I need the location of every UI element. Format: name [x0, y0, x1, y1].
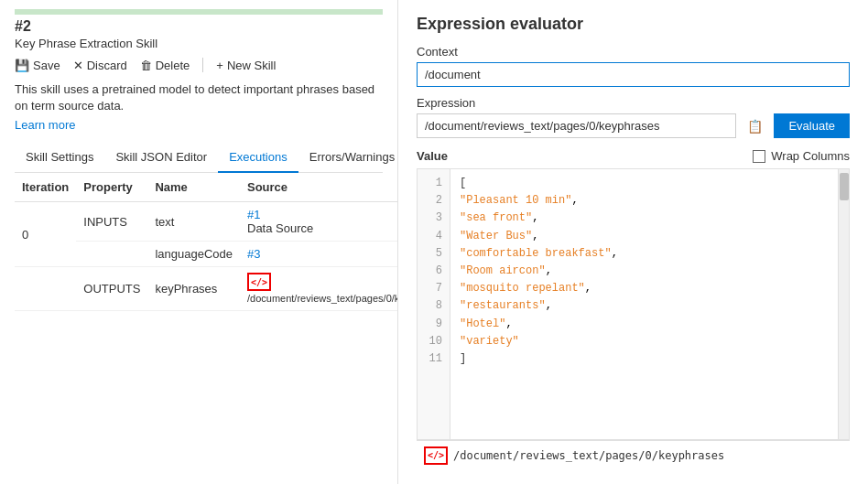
- col-iteration: Iteration: [15, 173, 76, 202]
- code-viewer: 1 2 3 4 5 6 7 8 9 10 11 [ "Pleasant 10 m…: [417, 168, 850, 440]
- property-inputs: INPUTS: [76, 202, 147, 242]
- table-row-outputs: OUTPUTS keyPhrases </> /document/reviews…: [15, 267, 398, 311]
- line-num: 8: [418, 297, 450, 315]
- discard-button[interactable]: ✕ Discard: [73, 59, 127, 72]
- code-line-7: "mosquito repelant",: [460, 280, 829, 297]
- line-num: 11: [418, 350, 450, 368]
- source-link-3[interactable]: #3: [247, 247, 260, 261]
- wrap-columns-control[interactable]: Wrap Columns: [753, 149, 850, 163]
- property-empty: [76, 242, 147, 267]
- col-source: Source: [240, 173, 398, 202]
- source-sub: Data Source: [247, 221, 313, 235]
- skill-number: #2: [15, 18, 383, 35]
- panel-title: Expression evaluator: [417, 15, 850, 34]
- line-num: 2: [418, 192, 450, 210]
- expression-evaluator-panel: Expression evaluator Context Expression …: [398, 0, 868, 484]
- toolbar: 💾 Save ✕ Discard 🗑 Delete + New Skill: [15, 58, 383, 72]
- value-section: Value Wrap Columns 1 2 3 4 5 6 7 8 9: [417, 149, 850, 440]
- line-numbers: 1 2 3 4 5 6 7 8 9 10 11: [418, 169, 450, 439]
- learn-more-link[interactable]: Learn more: [15, 118, 75, 132]
- code-line-2: "Pleasant 10 min",: [460, 192, 829, 210]
- outputs-source-cell: </> /document/reviews_text/pages/0/keyph…: [240, 267, 398, 311]
- delete-button[interactable]: 🗑 Delete: [140, 59, 190, 72]
- code-line-1: [: [460, 175, 829, 192]
- expression-input[interactable]: [417, 113, 736, 138]
- line-num: 5: [418, 245, 450, 263]
- scrollbar-thumb[interactable]: [840, 173, 849, 200]
- name-keyphrases: keyPhrases: [147, 267, 240, 311]
- code-line-3: "sea front",: [460, 210, 829, 227]
- source-link-3-cell: #3: [240, 242, 398, 267]
- line-num: 3: [418, 210, 450, 227]
- save-icon: 💾: [15, 59, 29, 72]
- line-num: 4: [418, 228, 450, 245]
- tab-skill-json-editor[interactable]: Skill JSON Editor: [104, 143, 218, 173]
- add-icon: +: [216, 59, 223, 72]
- line-num: 7: [418, 280, 450, 297]
- skill-header: #2 Key Phrase Extraction Skill: [15, 18, 383, 50]
- value-label: Value: [417, 149, 448, 163]
- code-line-4: "Water Bus",: [460, 228, 829, 245]
- skill-description: This skill uses a pretrained model to de…: [15, 81, 383, 114]
- code-line-11: ]: [460, 350, 829, 368]
- code-line-9: "Hotel",: [460, 316, 829, 333]
- col-property: Property: [76, 173, 147, 202]
- green-bar: [15, 9, 383, 15]
- delete-icon: 🗑: [140, 59, 152, 72]
- tab-errors-warnings[interactable]: Errors/Warnings: [298, 143, 398, 173]
- save-button[interactable]: 💾 Save: [15, 59, 60, 72]
- new-skill-button[interactable]: + New Skill: [216, 59, 276, 72]
- code-line-5: "comfortable breakfast",: [460, 245, 829, 263]
- copy-button[interactable]: 📋: [743, 115, 766, 137]
- code-line-10: "variety": [460, 333, 829, 350]
- toolbar-separator: [202, 58, 203, 72]
- outputs-iteration: [15, 267, 76, 311]
- expression-row: 📋 Evaluate: [417, 113, 850, 138]
- wrap-columns-checkbox[interactable]: [753, 150, 765, 163]
- col-name: Name: [147, 173, 240, 202]
- line-num: 9: [418, 316, 450, 333]
- name-language-code: languageCode: [147, 242, 240, 267]
- source-text: #1 Data Source: [240, 202, 398, 242]
- executions-table: Iteration Property Name Source 0 INPUTS …: [15, 173, 398, 311]
- tabs: Skill Settings Skill JSON Editor Executi…: [15, 143, 383, 173]
- keyphrases-path: /document/reviews_text/pages/0/keyphrase…: [247, 293, 398, 304]
- line-num: 6: [418, 263, 450, 280]
- property-outputs: OUTPUTS: [76, 267, 147, 311]
- tab-skill-settings[interactable]: Skill Settings: [15, 143, 104, 173]
- scrollbar-track[interactable]: [838, 169, 849, 439]
- tab-executions[interactable]: Executions: [218, 143, 298, 173]
- code-line-6: "Room aircon",: [460, 263, 829, 280]
- wrap-columns-label: Wrap Columns: [771, 149, 850, 163]
- bottom-path: /document/reviews_text/pages/0/keyphrase…: [453, 449, 724, 462]
- context-input[interactable]: [417, 62, 850, 87]
- source-link-1[interactable]: #1: [247, 208, 260, 221]
- line-num: 10: [418, 333, 450, 350]
- copy-icon: 📋: [747, 119, 763, 134]
- evaluate-button[interactable]: Evaluate: [774, 113, 850, 138]
- code-line-8: "restaurants",: [460, 297, 829, 315]
- table-row: 0 INPUTS text #1 Data Source: [15, 202, 398, 242]
- bottom-bar: </> /document/reviews_text/pages/0/keyph…: [417, 440, 850, 469]
- value-header: Value Wrap Columns: [417, 149, 850, 163]
- expression-label: Expression: [417, 96, 850, 110]
- left-panel: #2 Key Phrase Extraction Skill 💾 Save ✕ …: [0, 0, 398, 484]
- iteration-value: 0: [15, 202, 76, 267]
- line-num: 1: [418, 175, 450, 192]
- name-text: text: [147, 202, 240, 242]
- code-content: [ "Pleasant 10 min", "sea front", "Water…: [450, 169, 838, 439]
- discard-icon: ✕: [73, 59, 83, 72]
- context-label: Context: [417, 45, 850, 59]
- skill-title: Key Phrase Extraction Skill: [15, 37, 383, 50]
- code-icon-button[interactable]: </>: [247, 273, 271, 291]
- bottom-code-icon[interactable]: </>: [424, 446, 448, 465]
